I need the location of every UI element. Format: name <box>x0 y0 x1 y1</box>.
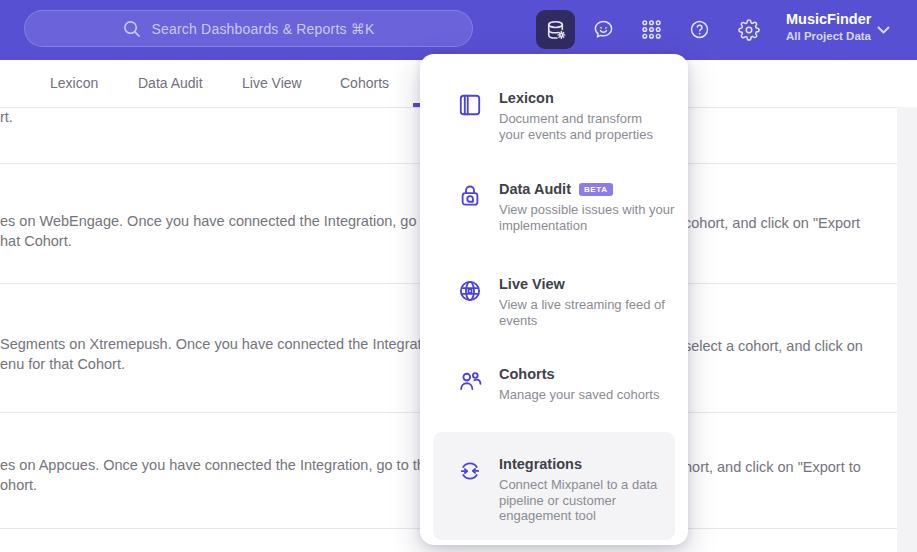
menu-item-integrations[interactable]: Integrations Connect Mixpanel to a data … <box>420 455 688 524</box>
data-management-button[interactable] <box>536 10 575 49</box>
background-text-fragment: ohort. <box>0 475 37 495</box>
search-icon <box>122 19 141 38</box>
background-text-fragment: hat Cohort. <box>0 231 72 251</box>
question-mark-icon <box>688 18 711 41</box>
tab-data-audit[interactable]: Data Audit <box>138 75 203 91</box>
settings-button[interactable] <box>729 10 768 49</box>
project-subtitle: All Project Data <box>786 29 871 43</box>
grid-dots-icon <box>640 18 663 41</box>
menu-item-title: Cohorts <box>499 365 659 383</box>
audit-lock-icon <box>457 183 483 209</box>
background-text-fragment: es on WebEngage. Once you have connected… <box>0 211 457 231</box>
chevron-down-icon[interactable] <box>877 26 890 35</box>
background-text-fragment: cohort, and click on "Export <box>684 213 860 233</box>
people-icon <box>457 368 483 394</box>
apps-grid-button[interactable] <box>632 10 671 49</box>
menu-item-description: Document and transform your events and p… <box>499 111 667 142</box>
background-text-fragment: Segments on Xtremepush. Once you have co… <box>0 334 445 354</box>
menu-item-description: Connect Mixpanel to a data pipeline or c… <box>499 477 675 524</box>
tab-live-view[interactable]: Live View <box>242 75 302 91</box>
book-icon <box>457 92 483 118</box>
background-text-fragment: hort, and click on "Export to <box>684 457 861 477</box>
project-switcher[interactable]: MusicFinder All Project Data <box>786 10 871 43</box>
background-text-fragment: select a cohort, and click on <box>684 336 863 356</box>
database-gear-icon <box>544 18 567 41</box>
globe-icon <box>457 278 483 304</box>
beta-badge: BETA <box>579 183 613 196</box>
project-name: MusicFinder <box>786 10 871 28</box>
menu-item-live-view[interactable]: Live View View a live streaming feed of … <box>420 275 688 328</box>
menu-item-title: Live View <box>499 275 685 293</box>
background-text-fragment: enu for that Cohort. <box>0 354 125 374</box>
gear-icon <box>738 19 760 41</box>
search-placeholder: Search Dashboards & Reports ⌘K <box>151 21 374 37</box>
help-button[interactable] <box>680 10 719 49</box>
menu-item-description: View a live streaming feed of events <box>499 297 685 328</box>
menu-item-data-audit[interactable]: Data Audit BETA View possible issues wit… <box>420 180 688 233</box>
menu-item-description: Manage your saved cohorts <box>499 387 659 403</box>
tab-cohorts[interactable]: Cohorts <box>340 75 389 91</box>
top-nav: Search Dashboards & Reports ⌘K <box>0 0 917 60</box>
menu-item-title: Data Audit BETA <box>499 180 688 198</box>
app-root: rt. es on WebEngage. Once you have conne… <box>0 0 917 552</box>
tab-lexicon[interactable]: Lexicon <box>50 75 98 91</box>
background-text-fragment: es on Appcues. Once you have connected t… <box>0 455 449 475</box>
menu-item-title: Lexicon <box>499 89 667 107</box>
chat-smiley-icon <box>592 18 615 41</box>
scrollbar-gutter[interactable] <box>897 107 917 552</box>
background-text-fragment: rt. <box>0 107 13 127</box>
search-input[interactable]: Search Dashboards & Reports ⌘K <box>24 10 473 47</box>
feedback-button[interactable] <box>584 10 623 49</box>
menu-item-description: View possible issues with your implement… <box>499 202 688 233</box>
menu-item-lexicon[interactable]: Lexicon Document and transform your even… <box>420 89 688 142</box>
menu-item-cohorts[interactable]: Cohorts Manage your saved cohorts <box>420 365 688 403</box>
navigation-dropdown-panel: Lexicon Document and transform your even… <box>420 54 688 545</box>
sync-arrows-icon <box>457 458 483 484</box>
menu-item-title: Integrations <box>499 455 675 473</box>
